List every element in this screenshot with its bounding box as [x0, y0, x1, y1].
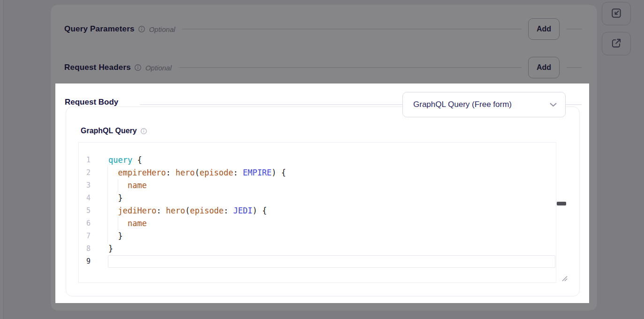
- info-icon[interactable]: [138, 25, 145, 33]
- line-numbers: 123456789: [79, 154, 91, 268]
- request-body-title: Request Body: [65, 98, 118, 107]
- line-number: 5: [79, 205, 91, 217]
- code-line[interactable]: }: [108, 243, 555, 255]
- editor-scrollbar-thumb[interactable]: [557, 202, 566, 205]
- line-number: 1: [79, 154, 91, 167]
- chevron-down-icon: [550, 103, 557, 107]
- page-left-edge: [0, 0, 4, 319]
- optional-hint: Optional: [149, 25, 175, 33]
- line-number: 2: [79, 167, 91, 179]
- code-line[interactable]: jediHero: hero(episode: JEDI) {: [108, 205, 555, 217]
- add-query-parameter-button[interactable]: Add: [528, 18, 560, 40]
- divider: [566, 67, 582, 68]
- code-line[interactable]: name: [108, 217, 555, 230]
- code-line[interactable]: }: [108, 230, 555, 243]
- code-line[interactable]: name: [108, 179, 555, 192]
- edit-inline-button[interactable]: [602, 2, 631, 25]
- line-number: 7: [79, 230, 91, 243]
- editor-resize-grip[interactable]: [561, 274, 568, 282]
- graphql-query-field-card: GraphQL Query 123456789 query { empireHe…: [66, 106, 580, 296]
- line-number: 4: [79, 192, 91, 205]
- graphql-query-label-row: GraphQL Query: [81, 127, 147, 135]
- line-number: 9: [79, 255, 91, 268]
- query-parameters-title: Query Parameters: [64, 24, 135, 34]
- optional-hint: Optional: [145, 64, 172, 72]
- code-lines: query { empireHero: hero(episode: EMPIRE…: [108, 154, 555, 268]
- line-number: 3: [79, 179, 91, 192]
- code-line[interactable]: query {: [108, 154, 555, 167]
- open-in-new-icon: [610, 37, 622, 51]
- edit-inline-icon: [610, 7, 622, 21]
- divider: [566, 29, 582, 30]
- query-parameters-section: Query Parameters Optional Add: [64, 18, 582, 40]
- app-root: Query Parameters Optional Add Request He…: [0, 0, 644, 319]
- add-request-header-button[interactable]: Add: [528, 57, 560, 78]
- request-body-modal: Request Body GraphQL Query (Free form) G…: [55, 84, 589, 303]
- open-in-new-button[interactable]: [602, 32, 631, 55]
- body-type-dropdown[interactable]: GraphQL Query (Free form): [402, 92, 566, 117]
- body-type-value: GraphQL Query (Free form): [403, 100, 550, 109]
- line-number: 8: [79, 243, 91, 255]
- divider: [182, 29, 522, 30]
- info-icon[interactable]: [134, 64, 142, 71]
- info-icon[interactable]: [140, 128, 147, 135]
- graphql-query-label: GraphQL Query: [81, 127, 137, 135]
- code-line[interactable]: [108, 255, 555, 268]
- request-headers-title: Request Headers: [64, 63, 131, 72]
- code-line[interactable]: }: [108, 192, 555, 205]
- code-line[interactable]: empireHero: hero(episode: EMPIRE) {: [108, 167, 555, 179]
- graphql-query-editor[interactable]: 123456789 query { empireHero: hero(episo…: [78, 142, 556, 283]
- request-headers-section: Request Headers Optional Add: [64, 57, 582, 78]
- line-number: 6: [79, 217, 91, 230]
- divider: [178, 67, 522, 68]
